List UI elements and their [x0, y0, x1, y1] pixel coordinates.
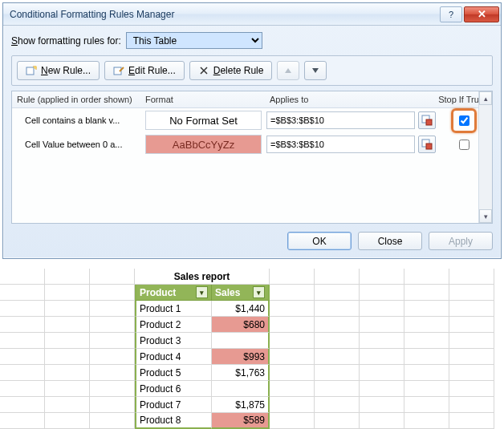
empty-cell[interactable] [270, 285, 315, 301]
range-picker-button[interactable] [418, 111, 436, 129]
empty-cell[interactable] [360, 317, 404, 333]
empty-cell[interactable] [449, 269, 494, 285]
empty-cell[interactable] [90, 397, 135, 413]
empty-cell[interactable] [0, 397, 45, 413]
filter-dropdown-icon[interactable]: ▾ [196, 286, 208, 298]
empty-cell[interactable] [0, 317, 45, 333]
new-rule-button[interactable]: New Rule... [17, 61, 100, 80]
move-up-button[interactable] [277, 61, 299, 80]
range-picker-button[interactable] [418, 136, 436, 153]
stop-if-true-checkbox[interactable] [459, 115, 469, 126]
empty-cell[interactable] [404, 317, 449, 333]
empty-cell[interactable] [404, 285, 449, 301]
empty-cell[interactable] [404, 397, 449, 413]
empty-cell[interactable] [0, 269, 45, 285]
applies-to-input[interactable] [266, 136, 415, 153]
filter-dropdown-icon[interactable]: ▾ [253, 286, 265, 298]
empty-cell[interactable] [360, 413, 404, 429]
empty-cell[interactable] [45, 317, 90, 333]
rules-scrollbar[interactable]: ▴ ▾ [478, 91, 492, 223]
empty-cell[interactable] [360, 349, 404, 365]
empty-cell[interactable] [270, 269, 315, 285]
empty-cell[interactable] [45, 365, 90, 381]
empty-cell[interactable] [90, 317, 135, 333]
help-button[interactable]: ? [440, 6, 462, 22]
empty-cell[interactable] [0, 413, 45, 429]
table-cell-product[interactable]: Product 7 [135, 397, 212, 413]
empty-cell[interactable] [449, 349, 494, 365]
table-cell-sales[interactable]: $1,440 [212, 301, 270, 317]
empty-cell[interactable] [315, 397, 360, 413]
table-cell-sales[interactable] [212, 333, 270, 349]
empty-cell[interactable] [360, 381, 404, 397]
table-cell-sales[interactable]: $1,875 [212, 397, 270, 413]
empty-cell[interactable] [270, 333, 315, 349]
empty-cell[interactable] [449, 397, 494, 413]
rule-row[interactable]: Cell Value between 0 a... AaBbCcYyZz [12, 132, 492, 156]
empty-cell[interactable] [0, 333, 45, 349]
empty-cell[interactable] [315, 381, 360, 397]
empty-cell[interactable] [315, 413, 360, 429]
table-cell-product[interactable]: Product 1 [135, 301, 212, 317]
empty-cell[interactable] [0, 301, 45, 317]
empty-cell[interactable] [0, 285, 45, 301]
empty-cell[interactable] [449, 285, 494, 301]
empty-cell[interactable] [270, 397, 315, 413]
empty-cell[interactable] [315, 333, 360, 349]
empty-cell[interactable] [404, 301, 449, 317]
table-cell-product[interactable]: Product 6 [135, 381, 212, 397]
empty-cell[interactable] [45, 381, 90, 397]
empty-cell[interactable] [449, 301, 494, 317]
empty-cell[interactable] [404, 413, 449, 429]
ok-button[interactable]: OK [287, 232, 352, 250]
empty-cell[interactable] [404, 269, 449, 285]
empty-cell[interactable] [45, 285, 90, 301]
empty-cell[interactable] [315, 317, 360, 333]
scope-select[interactable]: This Table [126, 32, 262, 49]
empty-cell[interactable] [45, 333, 90, 349]
empty-cell[interactable] [45, 397, 90, 413]
empty-cell[interactable] [449, 381, 494, 397]
table-cell-product[interactable]: Product 4 [135, 349, 212, 365]
table-cell-sales[interactable]: $1,763 [212, 365, 270, 381]
stop-if-true-checkbox[interactable] [459, 140, 469, 150]
empty-cell[interactable] [270, 349, 315, 365]
empty-cell[interactable] [270, 301, 315, 317]
move-down-button[interactable] [304, 61, 327, 80]
empty-cell[interactable] [90, 349, 135, 365]
empty-cell[interactable] [90, 413, 135, 429]
empty-cell[interactable] [270, 413, 315, 429]
table-cell-sales[interactable]: $993 [212, 349, 270, 365]
empty-cell[interactable] [90, 269, 135, 285]
table-cell-product[interactable]: Product 2 [135, 317, 212, 333]
empty-cell[interactable] [360, 285, 404, 301]
empty-cell[interactable] [315, 301, 360, 317]
empty-cell[interactable] [315, 349, 360, 365]
rule-row[interactable]: Cell contains a blank v... No Format Set [12, 108, 492, 132]
empty-cell[interactable] [90, 301, 135, 317]
empty-cell[interactable] [45, 301, 90, 317]
empty-cell[interactable] [0, 349, 45, 365]
empty-cell[interactable] [90, 285, 135, 301]
empty-cell[interactable] [0, 365, 45, 381]
empty-cell[interactable] [449, 413, 494, 429]
empty-cell[interactable] [270, 381, 315, 397]
empty-cell[interactable] [449, 333, 494, 349]
table-cell-product[interactable]: Product 5 [135, 365, 212, 381]
empty-cell[interactable] [360, 365, 404, 381]
empty-cell[interactable] [45, 269, 90, 285]
empty-cell[interactable] [449, 365, 494, 381]
empty-cell[interactable] [90, 333, 135, 349]
empty-cell[interactable] [315, 285, 360, 301]
apply-button[interactable]: Apply [429, 232, 493, 250]
window-close-button[interactable]: ✕ [464, 6, 499, 22]
empty-cell[interactable] [90, 365, 135, 381]
empty-cell[interactable] [449, 317, 494, 333]
empty-cell[interactable] [0, 381, 45, 397]
applies-to-input[interactable] [266, 111, 415, 129]
edit-rule-button[interactable]: Edit Rule... [104, 61, 185, 80]
empty-cell[interactable] [270, 317, 315, 333]
table-cell-product[interactable]: Product 3 [135, 333, 212, 349]
table-header-sales[interactable]: Sales▾ [212, 285, 270, 301]
empty-cell[interactable] [404, 333, 449, 349]
